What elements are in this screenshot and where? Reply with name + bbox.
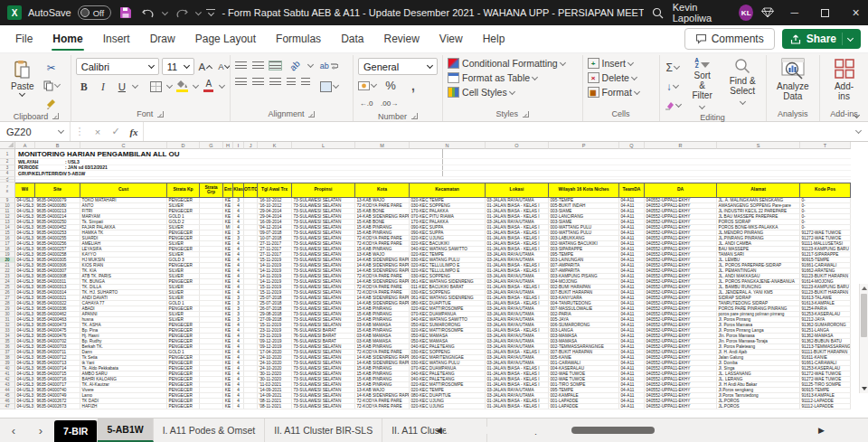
- ribbon-tab-file[interactable]: File: [5, 26, 42, 52]
- horizontal-scroll-thumb[interactable]: [571, 427, 655, 434]
- name-box-dropdown-icon[interactable]: [58, 127, 64, 134]
- borders-dropdown-icon[interactable]: [166, 82, 173, 89]
- font-name-combo[interactable]: Calibri: [76, 58, 159, 75]
- column-title[interactable]: Alamat: [717, 183, 800, 198]
- select-all-corner[interactable]: [0, 142, 15, 149]
- clear-icon[interactable]: [665, 98, 681, 113]
- cut-icon[interactable]: ✂: [43, 60, 60, 75]
- format-cells-button[interactable]: ▦Format: [588, 87, 639, 98]
- decrease-decimal-icon[interactable]: .00→: [381, 96, 398, 111]
- column-title[interactable]: Cust: [80, 183, 167, 198]
- underline-dropdown-icon[interactable]: [132, 82, 138, 89]
- column-header-L[interactable]: L: [292, 142, 355, 149]
- align-bottom-icon[interactable]: [269, 61, 281, 70]
- copy-icon[interactable]: [43, 78, 60, 93]
- cell[interactable]: PENGECER: [167, 404, 200, 409]
- column-header-K[interactable]: K: [258, 142, 292, 149]
- sort-filter-button[interactable]: AZ Sort &Filter: [686, 58, 719, 112]
- orientation-icon[interactable]: ab: [283, 54, 306, 77]
- accounting-format-icon[interactable]: [358, 78, 376, 93]
- column-header-O[interactable]: O: [486, 142, 549, 149]
- ribbon-tab-home[interactable]: Home: [42, 26, 92, 52]
- comments-button[interactable]: Comments: [684, 28, 775, 50]
- column-header-M[interactable]: M: [355, 142, 410, 149]
- share-dropdown-icon[interactable]: [847, 34, 854, 41]
- save-icon[interactable]: [118, 5, 134, 21]
- column-header-C[interactable]: C: [80, 142, 167, 149]
- column-title[interactable]: Strata Kp: [167, 183, 200, 198]
- column-header-H[interactable]: H: [223, 142, 233, 149]
- column-header-S[interactable]: S: [717, 142, 800, 149]
- merge-center-icon[interactable]: [320, 79, 338, 94]
- column-title[interactable]: Ent: [223, 183, 233, 198]
- align-middle-icon[interactable]: [252, 61, 264, 70]
- insert-cells-button[interactable]: +Insert: [588, 58, 633, 69]
- column-header-P[interactable]: P: [549, 142, 619, 149]
- cancel-entry-icon[interactable]: ×: [89, 122, 107, 141]
- percent-style-icon[interactable]: %: [382, 78, 399, 93]
- row-header-7-8[interactable]: 78: [0, 183, 15, 198]
- ribbon-tab-help[interactable]: Help: [473, 26, 515, 52]
- comma-style-icon[interactable]: ,: [405, 78, 421, 93]
- sheet-tab-5-ab1w[interactable]: 5-AB1W: [98, 418, 153, 442]
- expand-formula-bar-icon[interactable]: [848, 122, 868, 141]
- ribbon-tab-data[interactable]: Data: [331, 26, 373, 52]
- decrease-indent-icon[interactable]: [287, 78, 296, 86]
- font-color-button[interactable]: A: [201, 79, 217, 94]
- align-right-icon[interactable]: [269, 78, 281, 86]
- format-painter-icon[interactable]: [43, 96, 60, 111]
- confirm-entry-icon[interactable]: ✓: [107, 122, 125, 141]
- align-left-icon[interactable]: [235, 78, 247, 86]
- column-title[interactable]: Lokasi: [486, 183, 549, 198]
- insert-function-icon[interactable]: fx: [125, 122, 143, 141]
- column-header-Q[interactable]: Q: [619, 142, 645, 149]
- scroll-up-icon[interactable]: [860, 284, 868, 293]
- autosave-toggle[interactable]: Off: [78, 5, 112, 20]
- column-title[interactable]: Kecamatan: [410, 183, 486, 198]
- gem-features-icon[interactable]: [760, 5, 776, 21]
- cell[interactable]: [200, 404, 223, 409]
- share-button[interactable]: Share: [782, 29, 861, 49]
- column-title[interactable]: Propinsi: [292, 183, 355, 198]
- number-dialog-launcher-icon[interactable]: [411, 113, 418, 119]
- column-title[interactable]: DA: [645, 183, 717, 198]
- cell[interactable]: 01-JALAN BIASA - KELAS I: [486, 404, 549, 409]
- cell[interactable]: 04-USL3: [15, 404, 35, 409]
- column-title[interactable]: Kota: [355, 183, 410, 198]
- column-title[interactable]: Klas: [233, 183, 244, 198]
- cell[interactable]: 04-A11: [619, 404, 645, 409]
- column-title[interactable]: Site: [35, 183, 80, 198]
- ribbon-tab-draw[interactable]: Draw: [140, 26, 185, 52]
- increase-indent-icon[interactable]: [301, 78, 310, 86]
- cell[interactable]: 001-LAPADDE: [549, 404, 619, 409]
- column-title[interactable]: Tgl Awal Trx: [258, 183, 292, 198]
- cell[interactable]: KE: [223, 404, 233, 409]
- analyze-data-button[interactable]: AnalyzeData: [772, 58, 814, 103]
- column-title[interactable]: Wilayah 16 Kota Niches: [549, 183, 619, 198]
- number-format-combo[interactable]: General: [358, 58, 438, 75]
- search-icon[interactable]: [650, 5, 666, 21]
- font-dialog-launcher-icon[interactable]: [157, 111, 164, 118]
- cell[interactable]: 73-SULAWESI SELATAN: [292, 404, 355, 409]
- vertical-scrollbar[interactable]: [859, 284, 868, 393]
- column-title[interactable]: Kode Pos: [800, 183, 851, 198]
- paste-dropdown-icon[interactable]: [19, 90, 25, 97]
- name-box[interactable]: GZ20: [0, 122, 71, 141]
- column-header-T[interactable]: T: [800, 142, 851, 149]
- user-avatar[interactable]: KL: [739, 5, 753, 21]
- ribbon-tab-page-layout[interactable]: Page Layout: [185, 26, 266, 52]
- alignment-dialog-launcher-icon[interactable]: [308, 111, 315, 118]
- row-header-1[interactable]: 1: [0, 149, 15, 159]
- hscroll-right-icon[interactable]: ▶: [818, 426, 825, 435]
- sheet-nav-prev-icon[interactable]: ‹: [0, 418, 27, 442]
- conditional-formatting-button[interactable]: Conditional Formatting: [448, 58, 565, 69]
- ribbon-tab-insert[interactable]: Insert: [93, 26, 140, 52]
- cell[interactable]: 72-KODYA PARE PARE: [355, 404, 410, 409]
- wrap-text-icon[interactable]: ab: [320, 58, 338, 73]
- sheet-tab-ii-a11-cluster-bir-sls[interactable]: II. A11 Cluster BIR-SLS: [265, 418, 382, 442]
- row-header-47[interactable]: 47: [0, 404, 15, 409]
- restore-button[interactable]: [813, 0, 837, 25]
- ribbon-tab-formulas[interactable]: Formulas: [266, 26, 331, 52]
- quick-access-toolbar-icon[interactable]: [206, 9, 215, 16]
- cell-styles-button[interactable]: Cell Styles: [448, 87, 514, 98]
